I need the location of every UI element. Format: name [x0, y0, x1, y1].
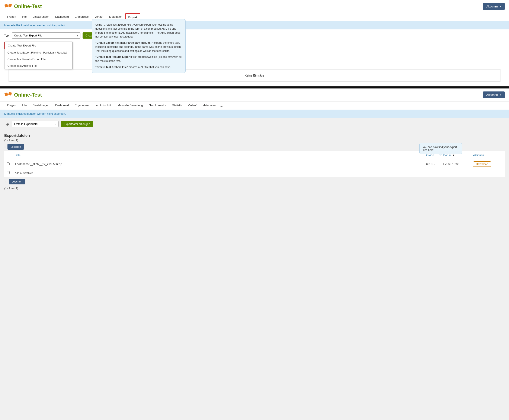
top-select-wrapper: Create Test Export File Create Test Expo… [12, 32, 80, 39]
row-filename: 1720600753__3992__tst_2195596.zip [12, 159, 424, 169]
export-files-title: Exportdateien [4, 130, 505, 139]
export-files-count: (1 - 1 von 1) [4, 139, 505, 142]
export-files-section: Exportdateien (1 - 1 von 1) You can now … [0, 130, 509, 192]
top-type-select[interactable]: Create Test Export File Create Test Expo… [12, 32, 80, 39]
bottom-nav-metadaten[interactable]: Metadaten [199, 101, 219, 110]
bottom-nav-lernfortschritt[interactable]: Lernfortschritt [92, 101, 114, 110]
svg-rect-2 [5, 92, 8, 96]
alle-checkbox[interactable] [7, 171, 10, 174]
top-header: Online-Test Aktionen [0, 0, 509, 13]
logo-area: Online-Test [4, 3, 42, 10]
alle-auswaehlen-row: Alle auswählen [4, 169, 505, 177]
table-footer: (1 - 1 von 1) [4, 185, 505, 192]
nav-ergebnisse[interactable]: Ergebnisse [72, 13, 92, 21]
bottom-page-title: Online-Test [14, 92, 42, 98]
top-page-title: Online-Test [14, 3, 42, 9]
download-button[interactable]: Download [473, 161, 491, 167]
ilias-logo-icon [4, 3, 12, 10]
top-nav: Fragen Info Einstellungen Dashboard Erge… [0, 13, 509, 21]
bottom-form-row: Typ Erstelle Exportdatei ▼ Exportdatei e… [0, 118, 509, 130]
indent-icon: ↳ [4, 180, 7, 184]
dropdown-item-1[interactable]: Create Test Export File [5, 42, 72, 49]
nav-dashboard[interactable]: Dashboard [52, 13, 72, 21]
top-alert: Manuelle Rückmeldungen werden nicht expo… [0, 21, 509, 30]
alle-check-cell [4, 169, 12, 177]
bottom-nav-nachkorrektur[interactable]: Nachkorrektur [146, 101, 169, 110]
bottom-aktionen-button[interactable]: Aktionen [483, 91, 505, 98]
top-aktionen-button[interactable]: Aktionen [483, 3, 505, 10]
bottom-select-wrapper: Erstelle Exportdatei ▼ [12, 121, 59, 127]
tooltip-p4: "Create Test Archive File" creates a ZIP… [95, 65, 182, 69]
bottom-actions-row: ↳ Löschen [4, 179, 505, 184]
tooltip-p4-label: "Create Test Archive File" [95, 66, 128, 69]
col-header-datei: Datei [12, 151, 424, 159]
svg-rect-1 [8, 4, 12, 7]
bottom-nav-fragen[interactable]: Fragen [4, 101, 19, 110]
top-keine-eintraege: Keine Einträge [8, 69, 501, 82]
nav-fragen[interactable]: Fragen [4, 13, 19, 21]
svg-rect-3 [8, 92, 12, 96]
row-date: Heute, 10:39 [441, 159, 471, 169]
bottom-nav-more[interactable]: ... [219, 102, 224, 109]
bottom-nav-statistik[interactable]: Statistik [169, 101, 185, 110]
bottom-type-select[interactable]: Erstelle Exportdatei [12, 121, 59, 127]
dropdown-item-4[interactable]: Create Test Archive File [5, 62, 72, 69]
top-export-section: Keine Einträge [0, 67, 509, 86]
top-dropdown-menu: Create Test Export File Create Test Expo… [4, 42, 73, 69]
tooltip-p3: "Create Test Results Export File" create… [95, 55, 182, 63]
tooltip-p3-label: "Create Test Results Export File" [95, 55, 137, 58]
bottom-nav-info[interactable]: Info [19, 101, 30, 110]
bottom-nav-verlauf[interactable]: Verlauf [185, 101, 199, 110]
export-files-table: Datei Größe Datum ▼ Aktionen [4, 151, 505, 177]
top-loeschen-button[interactable]: Löschen [8, 144, 24, 150]
top-tooltip-box: Using "Create Test Export File", you can… [92, 19, 186, 73]
dropdown-item-3[interactable]: Create Test Results Export File [5, 56, 72, 62]
top-typ-label: Typ [4, 34, 9, 37]
svg-rect-0 [5, 4, 8, 8]
row-size: 6,3 KB [424, 159, 441, 169]
col-header-aktionen: Aktionen [471, 151, 505, 159]
bottom-alert: Manuelle Rückmeldungen werden nicht expo… [0, 110, 509, 118]
row-actions-cell: Download [471, 159, 505, 169]
row-checkbox[interactable] [7, 162, 10, 165]
top-form-row: Typ Create Test Export File Create Test … [0, 30, 509, 42]
row-checkbox-cell [4, 159, 12, 169]
bottom-logo-area: Online-Test [4, 91, 42, 99]
bottom-nav-einstellungen[interactable]: Einstellungen [30, 101, 52, 110]
tooltip-p2: "Create Export file (incl. Participant R… [95, 41, 182, 53]
col-header-check [4, 151, 12, 159]
bottom-nav-manuelle[interactable]: Manuelle Bewertung [114, 101, 146, 110]
table-row: 1720600753__3992__tst_2195596.zip 6,3 KB… [4, 159, 505, 169]
tooltip-p4-text: creates a ZIP file that you can save. [129, 66, 171, 69]
bottom-section: Online-Test Aktionen Fragen Info Einstel… [0, 89, 509, 280]
tooltip-p2-label: "Create Export file (incl. Participant R… [95, 41, 153, 44]
export-tooltip-bubble: You can now find your export files here: [419, 143, 462, 154]
tooltip-p1: Using "Create Test Export File", you can… [95, 23, 182, 39]
alle-auswaehlen-label: Alle auswählen [12, 169, 505, 177]
bottom-ilias-logo-icon [4, 91, 12, 99]
bottom-nav-ergebnisse[interactable]: Ergebnisse [72, 101, 92, 110]
nav-info[interactable]: Info [19, 13, 30, 21]
bottom-header: Online-Test Aktionen [0, 89, 509, 101]
nav-einstellungen[interactable]: Einstellungen [30, 13, 52, 21]
dropdown-item-2[interactable]: Create Test Export File (incl. Participa… [5, 49, 72, 56]
bottom-typ-label: Typ [4, 122, 9, 126]
bottom-loeschen-button[interactable]: Löschen [9, 179, 25, 184]
bottom-create-button[interactable]: Exportdatei erzeugen [61, 121, 93, 127]
bottom-nav-dashboard[interactable]: Dashboard [52, 101, 72, 110]
sort-icon: ↕ [4, 145, 6, 149]
bottom-nav: Fragen Info Einstellungen Dashboard Erge… [0, 101, 509, 110]
section-divider [0, 87, 509, 89]
